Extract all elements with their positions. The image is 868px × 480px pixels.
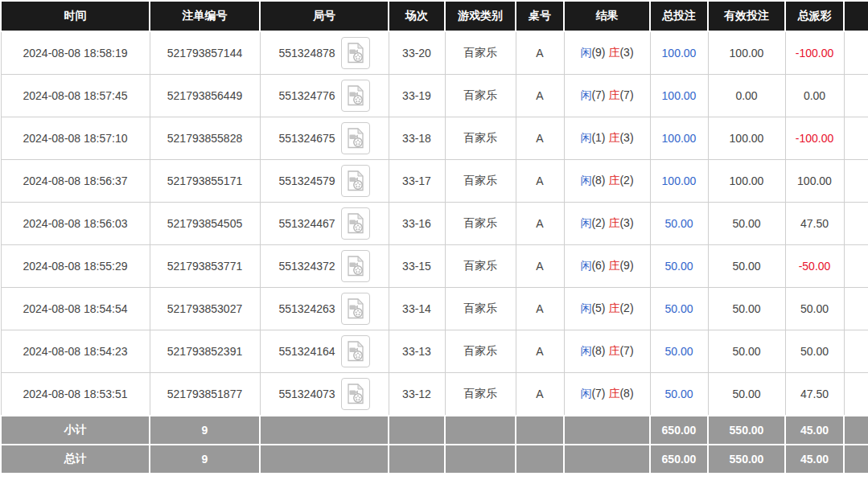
- summary-total-payout-cell: 45.00: [785, 445, 844, 474]
- overflow-cell: [844, 373, 868, 416]
- valid-bet-cell: 100.00: [708, 31, 785, 75]
- valid-bet-cell: 50.00: [708, 245, 785, 288]
- summary-count-cell: 9: [150, 416, 260, 445]
- result-cell: 闲(6) 庄(9): [564, 245, 650, 288]
- round-id-cell: 551324878: [260, 31, 389, 75]
- total-payout-cell: -100.00: [785, 117, 844, 160]
- game-type-cell: 百家乐: [445, 75, 516, 117]
- total-bet-cell: 50.00: [650, 330, 708, 373]
- video-replay-button[interactable]: [341, 80, 370, 112]
- summary-count-cell: 9: [150, 445, 260, 474]
- banker-result-label: 庄: [608, 259, 619, 272]
- column-header-result: 结果: [564, 1, 650, 31]
- overflow-cell: [844, 416, 868, 445]
- summary-empty-cell: [564, 445, 650, 474]
- summary-empty-cell: [389, 416, 445, 445]
- table-no-cell: A: [516, 203, 564, 245]
- result-cell: 闲(7) 庄(7): [564, 75, 650, 117]
- table-header-row: 时间注单编号局号场次游戏类别桌号结果总投注有效投注总派彩: [1, 1, 868, 31]
- video-replay-button[interactable]: [341, 37, 370, 69]
- overflow-cell: [844, 117, 868, 160]
- round-id-cell: 551324776: [260, 75, 389, 117]
- round-id-cell: 551324073: [260, 373, 389, 416]
- video-replay-button[interactable]: [341, 165, 370, 197]
- video-replay-button[interactable]: [341, 378, 370, 410]
- bet-id-cell: 521793856449: [150, 75, 260, 117]
- round-id-wrap: 551324164: [262, 335, 387, 367]
- valid-bet-cell: 50.00: [708, 288, 785, 330]
- table-no-cell: A: [516, 245, 564, 288]
- game-type-cell: 百家乐: [445, 245, 516, 288]
- result-cell: 闲(1) 庄(3): [564, 117, 650, 160]
- session-cell: 33-16: [389, 203, 445, 245]
- bet-id-cell: 521793852391: [150, 330, 260, 373]
- video-file-icon: [347, 256, 364, 277]
- column-header-total_bet: 总投注: [650, 1, 708, 31]
- player-result-label: 闲: [580, 46, 591, 59]
- table-row: 2024-08-08 18:58:19521793857144551324878…: [1, 31, 868, 75]
- summary-empty-cell: [516, 416, 564, 445]
- time-cell: 2024-08-08 18:58:19: [1, 31, 150, 75]
- total-bet-cell: 50.00: [650, 203, 708, 245]
- session-cell: 33-20: [389, 31, 445, 75]
- player-result-score: (8): [591, 174, 605, 187]
- total-payout-cell: 100.00: [785, 160, 844, 203]
- bet-id-cell: 521793857144: [150, 31, 260, 75]
- table-no-cell: A: [516, 117, 564, 160]
- result-cell: 闲(7) 庄(8): [564, 373, 650, 416]
- result-cell: 闲(5) 庄(2): [564, 288, 650, 330]
- player-result-label: 闲: [580, 216, 591, 229]
- round-id-text: 551324579: [278, 174, 335, 187]
- total-bet-cell: 100.00: [650, 117, 708, 160]
- subtotal-row: 小计9650.00550.0045.00: [1, 416, 868, 445]
- player-result-label: 闲: [580, 174, 591, 187]
- session-cell: 33-14: [389, 288, 445, 330]
- video-replay-button[interactable]: [341, 207, 370, 240]
- time-cell: 2024-08-08 18:56:03: [1, 203, 150, 245]
- banker-result-label: 庄: [608, 131, 619, 144]
- video-replay-button[interactable]: [341, 250, 370, 282]
- banker-result-label: 庄: [608, 344, 619, 357]
- column-header-time: 时间: [1, 1, 150, 31]
- game-type-cell: 百家乐: [445, 117, 516, 160]
- time-cell: 2024-08-08 18:53:51: [1, 373, 150, 416]
- summary-total-bet-cell: 650.00: [650, 445, 708, 474]
- round-id-text: 551324372: [278, 260, 335, 273]
- table-row: 2024-08-08 18:54:54521793853027551324263…: [1, 288, 868, 330]
- player-result-label: 闲: [580, 302, 591, 314]
- session-cell: 33-17: [389, 160, 445, 203]
- result-cell: 闲(9) 庄(3): [564, 31, 650, 75]
- video-file-icon: [347, 213, 364, 234]
- column-header-bet_id: 注单编号: [150, 1, 260, 31]
- column-header-game_type: 游戏类别: [445, 1, 516, 31]
- player-result-score: (1): [591, 131, 605, 144]
- total-bet-cell: 100.00: [650, 31, 708, 75]
- banker-result-label: 庄: [608, 302, 619, 314]
- video-file-icon: [347, 43, 364, 64]
- grand-total-row: 总计9650.00550.0045.00: [1, 445, 868, 474]
- player-result-score: (6): [591, 259, 605, 272]
- video-replay-button[interactable]: [341, 293, 370, 325]
- round-id-wrap: 551324372: [262, 250, 387, 282]
- bet-id-cell: 521793853771: [150, 245, 260, 288]
- round-id-cell: 551324263: [260, 288, 389, 330]
- game-type-cell: 百家乐: [445, 31, 516, 75]
- result-cell: 闲(8) 庄(2): [564, 160, 650, 203]
- summary-empty-cell: [445, 445, 516, 474]
- banker-result-score: (2): [619, 174, 633, 187]
- video-file-icon: [347, 384, 364, 404]
- video-replay-button[interactable]: [341, 335, 370, 367]
- round-id-cell: 551324579: [260, 160, 389, 203]
- summary-empty-cell: [389, 445, 445, 474]
- video-file-icon: [347, 85, 364, 106]
- game-type-cell: 百家乐: [445, 160, 516, 203]
- video-replay-button[interactable]: [341, 122, 370, 154]
- round-id-wrap: 551324878: [262, 37, 387, 69]
- table-row: 2024-08-08 18:56:37521793855171551324579…: [1, 160, 868, 203]
- overflow-cell: [844, 445, 868, 474]
- overflow-cell: [844, 31, 868, 75]
- round-id-text: 551324263: [278, 302, 335, 315]
- table-no-cell: A: [516, 330, 564, 373]
- round-id-text: 551324675: [278, 132, 335, 145]
- valid-bet-cell: 50.00: [708, 203, 785, 245]
